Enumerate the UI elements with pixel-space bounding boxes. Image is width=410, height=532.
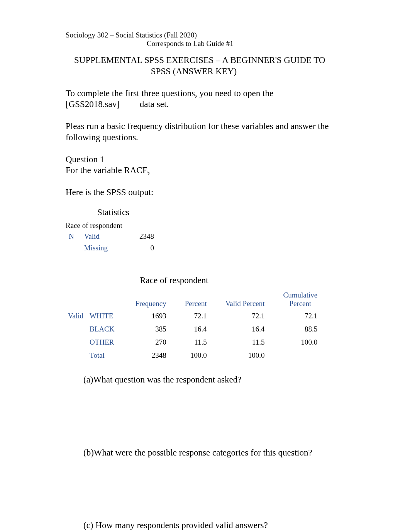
intro-paragraph-1: To complete the first three questions, y… bbox=[66, 88, 344, 110]
cell-valid-percent: 11.5 bbox=[216, 336, 274, 349]
table-row: N Valid 2348 bbox=[66, 231, 160, 242]
row-label: WHITE bbox=[90, 309, 126, 323]
question-1-label: Question 1 bbox=[66, 155, 104, 164]
cell-frequency: 385 bbox=[126, 323, 176, 336]
cell-valid-percent: 16.4 bbox=[216, 323, 274, 336]
question-c: (c) How many respondents provided valid … bbox=[83, 520, 344, 531]
document-title: SUPPLEMENTAL SPSS EXERCISES – A BEGINNER… bbox=[66, 55, 344, 77]
intro-text-1b: data set. bbox=[140, 99, 169, 109]
question-1-block: Question 1 For the variable RACE, bbox=[66, 154, 344, 177]
cell-percent: 16.4 bbox=[176, 323, 216, 336]
stat-label: Valid bbox=[84, 231, 131, 242]
frequency-title: Race of respondent bbox=[66, 275, 344, 286]
lab-guide-header: Corresponds to Lab Guide #1 bbox=[66, 39, 344, 48]
cell-frequency: 1693 bbox=[126, 309, 176, 323]
table-row: OTHER 270 11.5 11.5 100.0 bbox=[66, 336, 327, 349]
statistics-block: Statistics Race of respondent N Valid 23… bbox=[66, 207, 344, 254]
row-label: Total bbox=[90, 349, 126, 362]
cumulative-bottom: Percent bbox=[289, 299, 311, 308]
statistics-table: N Valid 2348 Missing 0 bbox=[66, 231, 160, 254]
col-cumulative: Cumulative Percent bbox=[274, 289, 327, 309]
spss-output-label: Here is the SPSS output: bbox=[66, 187, 344, 198]
cell-frequency: 270 bbox=[126, 336, 176, 349]
course-header: Sociology 302 – Social Statistics (Fall … bbox=[66, 31, 344, 39]
dataset-name: [GSS2018.sav] bbox=[66, 99, 120, 110]
n-label: N bbox=[66, 231, 84, 254]
table-header-row: Frequency Percent Valid Percent Cumulati… bbox=[66, 289, 327, 309]
frequency-block: Race of respondent Frequency Percent Val… bbox=[66, 275, 344, 362]
cell-valid-percent: 72.1 bbox=[216, 309, 274, 323]
cell-percent: 72.1 bbox=[176, 309, 216, 323]
stat-value: 0 bbox=[131, 242, 160, 254]
question-b: (b)What were the possible response categ… bbox=[83, 447, 344, 459]
cell-cumulative bbox=[274, 349, 327, 362]
intro-paragraph-2: Pleas run a basic frequency distribution… bbox=[66, 121, 344, 143]
table-row: BLACK 385 16.4 16.4 88.5 bbox=[66, 323, 327, 336]
intro-text-1a: To complete the first three questions, y… bbox=[66, 88, 273, 98]
cell-valid-percent: 100.0 bbox=[216, 349, 274, 362]
cell-cumulative: 72.1 bbox=[274, 309, 327, 323]
valid-side-label: Valid bbox=[66, 309, 90, 362]
cell-cumulative: 88.5 bbox=[274, 323, 327, 336]
cell-cumulative: 100.0 bbox=[274, 336, 327, 349]
question-1-text: For the variable RACE, bbox=[66, 165, 150, 175]
col-percent: Percent bbox=[176, 289, 216, 309]
cell-percent: 100.0 bbox=[176, 349, 216, 362]
col-valid-percent: Valid Percent bbox=[216, 289, 274, 309]
statistics-caption: Race of respondent bbox=[66, 221, 344, 230]
title-line-2: SPSS (ANSWER KEY) bbox=[74, 66, 344, 77]
cumulative-top: Cumulative bbox=[283, 291, 318, 299]
cell-percent: 11.5 bbox=[176, 336, 216, 349]
table-row: Total 2348 100.0 100.0 bbox=[66, 349, 327, 362]
cell-frequency: 2348 bbox=[126, 349, 176, 362]
stat-value: 2348 bbox=[131, 231, 160, 242]
stat-label: Missing bbox=[84, 242, 131, 254]
row-label: OTHER bbox=[90, 336, 126, 349]
table-row: Valid WHITE 1693 72.1 72.1 72.1 bbox=[66, 309, 327, 323]
document-page: Sociology 302 – Social Statistics (Fall … bbox=[0, 0, 410, 532]
statistics-title: Statistics bbox=[66, 207, 344, 218]
row-label: BLACK bbox=[90, 323, 126, 336]
questions-block: (a)What question was the respondent aske… bbox=[66, 374, 344, 531]
question-a: (a)What question was the respondent aske… bbox=[83, 374, 344, 386]
frequency-table: Frequency Percent Valid Percent Cumulati… bbox=[66, 289, 327, 362]
title-line-1: SUPPLEMENTAL SPSS EXERCISES – A BEGINNER… bbox=[74, 55, 325, 65]
col-frequency: Frequency bbox=[126, 289, 176, 309]
